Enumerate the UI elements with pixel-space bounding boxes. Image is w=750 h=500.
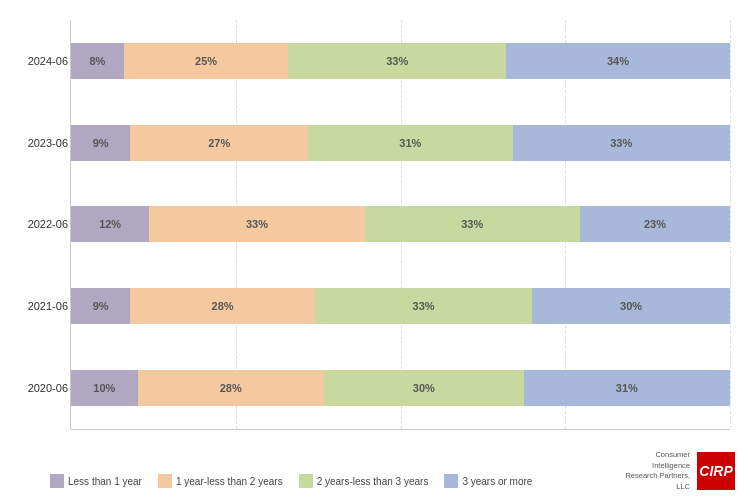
grid-line-100 xyxy=(730,20,731,429)
logo-text: Consumer Intelligence Research Partners,… xyxy=(620,450,690,492)
legend-item-1to2: 1 year-less than 2 years xyxy=(158,474,283,488)
bar-row: 2022-0612%33%33%23% xyxy=(71,197,730,252)
y-axis-label: 2021-06 xyxy=(13,300,68,312)
bar-track: 8%25%33%34% xyxy=(71,43,730,79)
chart-container: 2024-068%25%33%34%2023-069%27%31%33%2022… xyxy=(0,0,750,500)
bar-segment-2to3: 33% xyxy=(315,288,532,324)
legend-label-3plus: 3 years or more xyxy=(462,476,532,487)
bar-segment-less1: 12% xyxy=(71,206,149,242)
bar-track: 10%28%30%31% xyxy=(71,370,730,406)
bar-segment-3plus: 33% xyxy=(513,125,730,161)
legend-color-less1 xyxy=(50,474,64,488)
bar-row: 2020-0610%28%30%31% xyxy=(71,361,730,416)
bar-track: 9%27%31%33% xyxy=(71,125,730,161)
bar-segment-3plus: 23% xyxy=(580,206,730,242)
bar-segment-1to2: 33% xyxy=(149,206,364,242)
logo: Consumer Intelligence Research Partners,… xyxy=(620,450,735,492)
logo-box: CIRP xyxy=(697,452,735,490)
bar-segment-less1: 10% xyxy=(71,370,138,406)
legend-color-3plus xyxy=(444,474,458,488)
bar-row: 2023-069%27%31%33% xyxy=(71,115,730,170)
legend-color-1to2 xyxy=(158,474,172,488)
bar-row: 2024-068%25%33%34% xyxy=(71,33,730,88)
legend-color-2to3 xyxy=(299,474,313,488)
bar-segment-2to3: 33% xyxy=(365,206,580,242)
legend-label-2to3: 2 years-less than 3 years xyxy=(317,476,429,487)
bar-segment-3plus: 31% xyxy=(524,370,730,406)
legend-label-less1: Less than 1 year xyxy=(68,476,142,487)
legend-item-less1: Less than 1 year xyxy=(50,474,142,488)
legend-item-2to3: 2 years-less than 3 years xyxy=(299,474,429,488)
y-axis-label: 2024-06 xyxy=(13,55,68,67)
bar-segment-less1: 9% xyxy=(71,125,130,161)
bar-segment-1to2: 28% xyxy=(138,370,324,406)
bars-container: 2024-068%25%33%34%2023-069%27%31%33%2022… xyxy=(71,20,730,429)
bar-track: 12%33%33%23% xyxy=(71,206,730,242)
bar-segment-2to3: 33% xyxy=(288,43,505,79)
y-axis-label: 2023-06 xyxy=(13,137,68,149)
bar-segment-2to3: 30% xyxy=(324,370,524,406)
bar-segment-3plus: 30% xyxy=(532,288,730,324)
bar-segment-1to2: 28% xyxy=(130,288,315,324)
legend-label-1to2: 1 year-less than 2 years xyxy=(176,476,283,487)
y-axis-label: 2020-06 xyxy=(13,382,68,394)
bar-segment-1to2: 25% xyxy=(124,43,289,79)
bar-segment-2to3: 31% xyxy=(308,125,512,161)
chart-area: 2024-068%25%33%34%2023-069%27%31%33%2022… xyxy=(70,20,730,430)
bar-segment-3plus: 34% xyxy=(506,43,730,79)
y-axis-label: 2022-06 xyxy=(13,218,68,230)
bar-track: 9%28%33%30% xyxy=(71,288,730,324)
bar-segment-1to2: 27% xyxy=(130,125,308,161)
bar-segment-less1: 9% xyxy=(71,288,130,324)
bar-row: 2021-069%28%33%30% xyxy=(71,279,730,334)
bar-segment-less1: 8% xyxy=(71,43,124,79)
legend-item-3plus: 3 years or more xyxy=(444,474,532,488)
legend: Less than 1 year1 year-less than 2 years… xyxy=(50,474,532,488)
